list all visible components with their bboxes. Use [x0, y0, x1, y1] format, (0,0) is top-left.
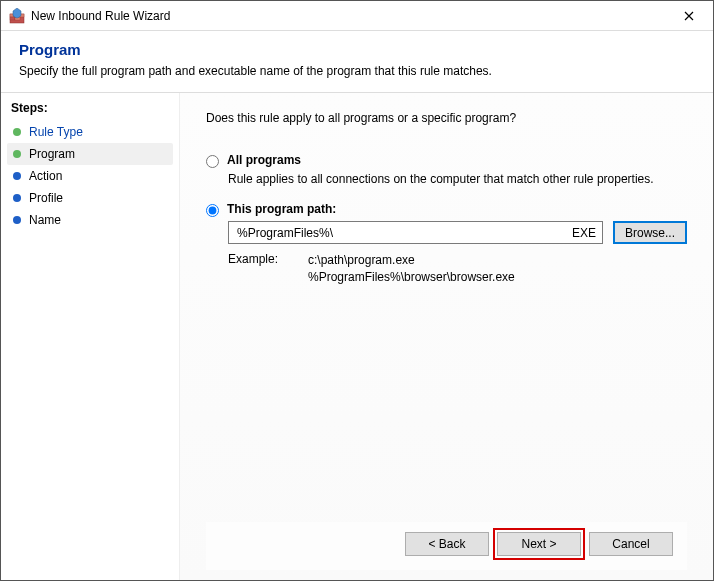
bullet-icon: [13, 128, 21, 136]
footer-buttons: < Back Next > Cancel: [206, 522, 687, 570]
wizard-window: New Inbound Rule Wizard Program Specify …: [0, 0, 714, 581]
step-name[interactable]: Name: [7, 209, 173, 231]
step-label: Action: [29, 169, 62, 183]
step-label: Rule Type: [29, 125, 83, 139]
content-pane: Does this rule apply to all programs or …: [179, 93, 713, 580]
bullet-icon: [13, 216, 21, 224]
option-program-path[interactable]: This program path:: [206, 202, 687, 217]
browse-button[interactable]: Browse...: [613, 221, 687, 244]
path-input-wrap: EXE: [228, 221, 603, 244]
example-label: Example:: [228, 252, 308, 286]
step-rule-type[interactable]: Rule Type: [7, 121, 173, 143]
wizard-header: Program Specify the full program path an…: [1, 31, 713, 93]
page-subtitle: Specify the full program path and execut…: [19, 64, 695, 78]
option-all-programs[interactable]: All programs: [206, 153, 687, 168]
radio-all-programs[interactable]: [206, 155, 219, 168]
page-title: Program: [19, 41, 695, 58]
svg-rect-4: [10, 17, 15, 20]
steps-sidebar: Steps: Rule Type Program Action Profile …: [1, 93, 179, 580]
example-row: Example: c:\path\program.exe %ProgramFil…: [228, 252, 687, 286]
program-path-row: EXE Browse...: [228, 221, 687, 244]
step-program[interactable]: Program: [7, 143, 173, 165]
wizard-body: Steps: Rule Type Program Action Profile …: [1, 93, 713, 580]
radio-program-path[interactable]: [206, 204, 219, 217]
path-extension: EXE: [564, 226, 596, 240]
back-button[interactable]: < Back: [405, 532, 489, 556]
bullet-icon: [13, 172, 21, 180]
titlebar: New Inbound Rule Wizard: [1, 1, 713, 31]
program-path-input[interactable]: [235, 225, 564, 241]
steps-heading: Steps:: [7, 101, 173, 115]
close-button[interactable]: [667, 2, 711, 30]
example-paths: c:\path\program.exe %ProgramFiles%\brows…: [308, 252, 515, 286]
option-all-desc: Rule applies to all connections on the c…: [228, 172, 687, 186]
step-label: Profile: [29, 191, 63, 205]
option-path-label: This program path:: [227, 202, 336, 216]
step-action[interactable]: Action: [7, 165, 173, 187]
question-text: Does this rule apply to all programs or …: [206, 111, 687, 125]
bullet-icon: [13, 194, 21, 202]
option-all-label: All programs: [227, 153, 301, 167]
step-profile[interactable]: Profile: [7, 187, 173, 209]
step-label: Name: [29, 213, 61, 227]
cancel-button[interactable]: Cancel: [589, 532, 673, 556]
firewall-icon: [9, 8, 25, 24]
next-button[interactable]: Next >: [497, 532, 581, 556]
window-title: New Inbound Rule Wizard: [31, 9, 667, 23]
step-label: Program: [29, 147, 75, 161]
bullet-icon: [13, 150, 21, 158]
